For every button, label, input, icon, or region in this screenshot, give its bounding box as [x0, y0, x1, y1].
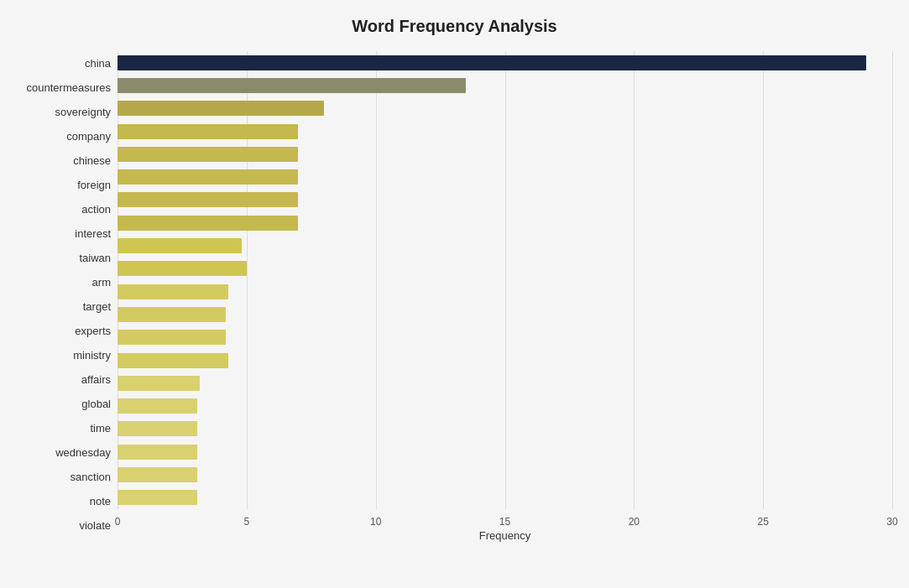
- y-label: experts: [75, 320, 111, 343]
- bar-row: [118, 211, 892, 234]
- y-label: chinese: [73, 149, 111, 173]
- bar-row: [118, 440, 892, 463]
- bar: [118, 261, 247, 276]
- bar: [118, 284, 228, 299]
- bar: [118, 124, 298, 139]
- chart-title: Word Frequency Analysis: [352, 17, 557, 36]
- x-tick: 10: [370, 516, 381, 528]
- bar-row: [118, 463, 892, 486]
- chart-area: chinacountermeasuressovereigntycompanych…: [17, 51, 892, 538]
- grid-line: [892, 51, 893, 509]
- bar: [118, 398, 197, 414]
- y-label: global: [81, 393, 111, 416]
- bar: [118, 192, 298, 207]
- y-label: time: [90, 417, 111, 440]
- bar-row: [118, 74, 892, 96]
- bar: [118, 353, 228, 368]
- bar-row: [118, 326, 892, 349]
- bar: [118, 101, 324, 116]
- bar-row: [118, 349, 892, 372]
- x-tick: 5: [243, 516, 249, 528]
- y-label: ministry: [73, 344, 111, 367]
- bar: [118, 445, 197, 460]
- bar-row: [118, 303, 892, 325]
- y-label: sanction: [71, 466, 111, 489]
- bar: [118, 78, 466, 93]
- grid-and-bars: [118, 51, 892, 509]
- bar-row: [118, 418, 892, 440]
- bar-row: [118, 51, 892, 74]
- y-label: affairs: [81, 368, 111, 392]
- bar: [118, 421, 197, 436]
- bar-row: [118, 97, 892, 120]
- bar: [118, 330, 226, 345]
- y-label: violate: [79, 514, 111, 538]
- y-label: foreign: [77, 174, 111, 197]
- x-tick: 30: [886, 516, 897, 528]
- y-label: wednesday: [55, 441, 111, 465]
- bar: [118, 490, 197, 505]
- y-label: sovereignty: [55, 101, 111, 124]
- bar-row: [118, 258, 892, 280]
- bar: [118, 216, 298, 231]
- bar: [118, 55, 866, 70]
- x-axis-label: Frequency: [118, 529, 892, 542]
- bar-row: [118, 234, 892, 257]
- bar-row: [118, 394, 892, 417]
- y-label: taiwan: [79, 247, 111, 270]
- x-tick: 0: [115, 516, 121, 528]
- bars-and-grid: Frequency 051015202530: [118, 51, 892, 538]
- bar: [118, 307, 226, 322]
- bar: [118, 169, 298, 185]
- bar-row: [118, 120, 892, 143]
- bar-row: [118, 280, 892, 303]
- y-label: note: [90, 490, 111, 513]
- y-labels: chinacountermeasuressovereigntycompanych…: [17, 51, 118, 538]
- bar: [118, 376, 200, 391]
- bars-wrapper: [118, 51, 892, 509]
- y-label: countermeasures: [27, 76, 111, 100]
- x-tick: 20: [629, 516, 640, 528]
- y-label: target: [83, 295, 111, 319]
- y-label: china: [85, 52, 111, 75]
- bar: [118, 147, 298, 162]
- bar-row: [118, 165, 892, 188]
- y-label: company: [66, 125, 111, 148]
- y-label: action: [81, 198, 111, 221]
- bar-row: [118, 372, 892, 394]
- bar-row: [118, 143, 892, 165]
- chart-container: Word Frequency Analysis chinacountermeas…: [0, 0, 909, 588]
- y-label: interest: [75, 222, 111, 246]
- bar-row: [118, 487, 892, 509]
- bar: [118, 238, 242, 253]
- x-axis: Frequency 051015202530: [118, 513, 892, 538]
- bar-row: [118, 189, 892, 211]
- x-tick: 25: [757, 516, 768, 528]
- y-label: arm: [92, 271, 111, 294]
- bar: [118, 467, 197, 482]
- x-tick: 15: [499, 516, 510, 528]
